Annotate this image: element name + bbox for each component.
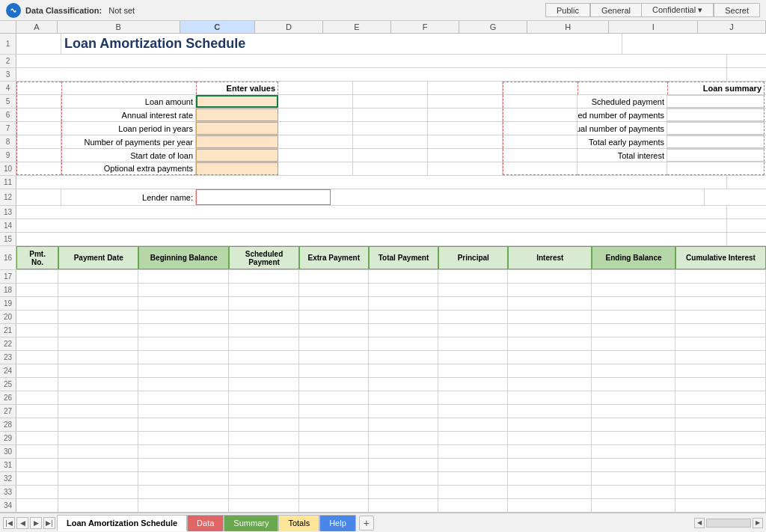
cls-public[interactable]: Public bbox=[545, 3, 590, 17]
r33-g bbox=[369, 486, 438, 498]
r8-payments-peryear-input[interactable] bbox=[196, 135, 278, 148]
r12-lender-input[interactable] bbox=[196, 189, 331, 205]
r6-h bbox=[503, 108, 577, 121]
r24-b bbox=[16, 364, 58, 377]
tab-totals[interactable]: Totals bbox=[278, 515, 319, 531]
r25-b bbox=[16, 378, 58, 391]
r17-i bbox=[508, 270, 592, 283]
r34-k bbox=[675, 499, 766, 512]
r22-j bbox=[592, 337, 675, 350]
r20-e bbox=[229, 311, 298, 323]
r14-empty bbox=[16, 219, 727, 232]
col-header-j[interactable]: J bbox=[698, 21, 766, 33]
r34-d bbox=[138, 499, 229, 512]
th-total-payment: Total Payment bbox=[369, 246, 438, 269]
col-header-e[interactable]: E bbox=[323, 21, 391, 33]
col-header-d[interactable]: D bbox=[255, 21, 323, 33]
r20-g bbox=[369, 311, 438, 323]
row-7: 7 Loan period in years Actual number of … bbox=[0, 122, 766, 135]
r10-e bbox=[278, 162, 353, 175]
row-9: 9 Start date of loan Total interest bbox=[0, 149, 766, 162]
cls-secret[interactable]: Secret bbox=[714, 3, 760, 17]
r27-c bbox=[58, 405, 138, 418]
col-header-h[interactable]: H bbox=[527, 21, 609, 33]
row-22: 22 bbox=[0, 337, 766, 351]
r29-c bbox=[58, 432, 138, 444]
rn-12: 12 bbox=[0, 189, 16, 205]
r31-k bbox=[675, 459, 766, 471]
r5-loan-amount-input[interactable] bbox=[196, 95, 278, 108]
col-header-f[interactable]: F bbox=[391, 21, 459, 33]
tab-nav-first[interactable]: |◀ bbox=[3, 517, 15, 529]
r4-d-header: Enter values bbox=[196, 82, 278, 94]
r27-h bbox=[438, 405, 508, 418]
r26-f bbox=[299, 391, 369, 404]
col-header-a[interactable]: A bbox=[16, 21, 58, 33]
classification-buttons: Public General Confidential ▾ Secret bbox=[545, 3, 760, 17]
tab-help[interactable]: Help bbox=[319, 515, 356, 531]
r23-f bbox=[299, 351, 369, 364]
r7-actual-num-label: Actual number of payments bbox=[577, 122, 667, 135]
r13-empty bbox=[16, 206, 727, 218]
r25-i bbox=[508, 378, 592, 391]
r19-g bbox=[369, 297, 438, 310]
r31-f bbox=[299, 459, 369, 471]
r9-startdate-input[interactable] bbox=[196, 149, 278, 162]
r19-e bbox=[229, 297, 298, 310]
r30-k bbox=[675, 445, 766, 458]
r10-extra-pay-input[interactable] bbox=[196, 162, 278, 175]
col-header-c[interactable]: C bbox=[180, 21, 255, 33]
r33-c bbox=[58, 486, 138, 498]
tab-nav-next[interactable]: ▶ bbox=[30, 517, 42, 529]
th-scheduled-payment: Scheduled Payment bbox=[229, 246, 298, 269]
row-13: 13 bbox=[0, 206, 766, 219]
r29-h bbox=[438, 432, 508, 444]
data-class-value: Not set bbox=[108, 6, 135, 15]
tab-summary[interactable]: Summary bbox=[224, 515, 278, 531]
rn-8: 8 bbox=[0, 135, 16, 148]
r22-c bbox=[58, 337, 138, 350]
r34-f bbox=[299, 499, 369, 512]
r7-loan-period-input[interactable] bbox=[196, 122, 278, 135]
row-6: 6 Annual interest rate Scheduled number … bbox=[0, 108, 766, 122]
col-header-b[interactable]: B bbox=[58, 21, 180, 33]
row-26: 26 bbox=[0, 391, 766, 405]
add-sheet-button[interactable]: + bbox=[359, 516, 374, 531]
tab-data[interactable]: Data bbox=[187, 515, 224, 531]
tab-nav-prev[interactable]: ◀ bbox=[16, 517, 28, 529]
r27-d bbox=[138, 405, 229, 418]
r25-h bbox=[438, 378, 508, 391]
col-header-g[interactable]: G bbox=[459, 21, 527, 33]
data-class-label: Data Classification: bbox=[25, 6, 102, 15]
col-header-i[interactable]: I bbox=[609, 21, 697, 33]
r7-e bbox=[278, 122, 353, 135]
tab-nav-last[interactable]: ▶| bbox=[43, 517, 55, 529]
scroll-right[interactable]: ▶ bbox=[753, 518, 763, 528]
scroll-track[interactable] bbox=[706, 519, 751, 528]
r20-b bbox=[16, 311, 58, 323]
r12-lender-label: Lender name: bbox=[61, 189, 196, 205]
r9-f bbox=[353, 149, 428, 162]
lender-name-field[interactable] bbox=[199, 193, 328, 202]
cls-general[interactable]: General bbox=[590, 3, 642, 17]
scroll-left[interactable]: ◀ bbox=[694, 518, 705, 528]
rn-7: 7 bbox=[0, 122, 16, 135]
r22-h bbox=[438, 337, 508, 350]
r10-b bbox=[16, 162, 61, 175]
cls-confidential[interactable]: Confidential ▾ bbox=[642, 3, 714, 17]
r25-e bbox=[229, 378, 298, 391]
r33-f bbox=[299, 486, 369, 498]
r17-e bbox=[229, 270, 298, 283]
r19-j bbox=[592, 297, 675, 310]
r26-i bbox=[508, 391, 592, 404]
r4-j-loansummary: Loan summary bbox=[667, 82, 765, 94]
column-headers: A B C D E F G H I J bbox=[0, 21, 766, 34]
r20-j bbox=[592, 311, 675, 323]
spreadsheet-container: A B C D E F G H I J 1 Loan Amortization … bbox=[0, 21, 766, 513]
tab-loan-amortization[interactable]: Loan Amortization Schedule bbox=[57, 515, 187, 531]
r17-k bbox=[675, 270, 766, 283]
r6-annual-rate-input[interactable] bbox=[196, 108, 278, 121]
rn-2: 2 bbox=[0, 55, 16, 67]
r27-i bbox=[508, 405, 592, 418]
r4-c bbox=[61, 82, 196, 94]
